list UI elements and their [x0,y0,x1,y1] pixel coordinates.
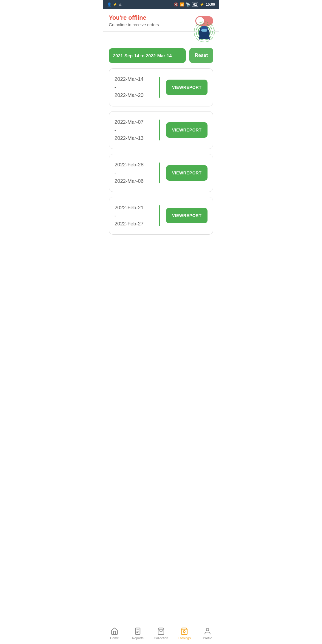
report-start-date-0: 2022-Mar-14 [114,75,143,83]
report-start-date-1: 2022-Mar-07 [114,118,143,126]
signal-icon: 📡 [186,2,190,7]
report-card-1: 2022-Mar-07 - 2022-Mar-13 VIEWREPORT [109,111,213,149]
wifi-icon: 📶 [180,2,184,7]
report-end-date-0: 2022-Mar-20 [114,91,143,99]
report-end-date-2: 2022-Mar-06 [114,177,143,185]
report-separator-2: - [114,169,116,177]
reports-list: 2022-Mar-14 - 2022-Mar-20 VIEWREPORT 202… [103,68,219,264]
offline-section: You're offline Go online to receive orde… [103,9,219,32]
view-report-button-1[interactable]: VIEWREPORT [166,122,208,138]
offline-subtitle: Go online to receive orders [109,22,159,27]
clock: 15:06 [206,2,215,7]
view-report-button-3[interactable]: VIEWREPORT [166,208,208,223]
warning-icon: ⚠ [119,3,122,7]
view-report-button-2[interactable]: VIEWREPORT [166,165,208,181]
report-start-date-2: 2022-Feb-28 [114,161,143,169]
report-card-0: 2022-Mar-14 - 2022-Mar-20 VIEWREPORT [109,68,213,106]
report-divider-3 [159,205,160,226]
status-left-icons: 👤 ⚡ ⚠ [107,2,122,7]
report-start-date-3: 2022-Feb-21 [114,204,143,212]
report-card-3: 2022-Feb-21 - 2022-Feb-27 VIEWREPORT [109,197,213,235]
status-bar: 👤 ⚡ ⚠ 🔇 📶 📡 62 ⚡ 15:06 [103,0,219,9]
report-end-date-1: 2022-Mar-13 [114,134,143,142]
report-card-2: 2022-Feb-28 - 2022-Mar-06 VIEWREPORT [109,154,213,192]
status-right-icons: 🔇 📶 📡 62 ⚡ 15:06 [174,2,215,7]
report-dates-3: 2022-Feb-21 - 2022-Feb-27 [114,204,153,228]
report-separator-3: - [114,212,116,220]
report-separator-0: - [114,83,116,91]
report-dates-1: 2022-Mar-07 - 2022-Mar-13 [114,118,153,143]
date-range-button[interactable]: 2021-Sep-14 to 2022-Mar-14 [109,48,186,63]
report-divider-0 [159,77,160,98]
svg-rect-6 [201,29,207,32]
reset-button[interactable]: Reset [189,48,213,63]
battery-indicator: 62 [192,2,198,7]
sim-icon: 👤 [107,2,112,7]
report-divider-2 [159,162,160,183]
rider-avatar [193,21,215,43]
report-separator-1: - [114,126,116,134]
mute-icon: 🔇 [174,2,178,7]
usb-icon: ⚡ [113,3,117,7]
offline-text: You're offline Go online to receive orde… [109,14,159,27]
report-dates-2: 2022-Feb-28 - 2022-Mar-06 [114,161,153,185]
report-divider-1 [159,120,160,140]
charge-icon: ⚡ [200,2,204,7]
view-report-button-0[interactable]: VIEWREPORT [166,80,208,95]
report-end-date-3: 2022-Feb-27 [114,220,143,228]
report-dates-0: 2022-Mar-14 - 2022-Mar-20 [114,75,153,100]
offline-title: You're offline [109,14,159,21]
